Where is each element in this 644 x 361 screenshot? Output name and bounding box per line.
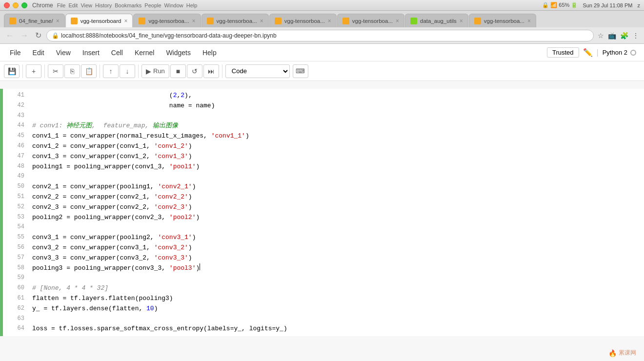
- code-line-51: 51 conv2_2 = conv_wrapper(conv2_1, 'conv…: [7, 192, 640, 202]
- history-menu[interactable]: History: [95, 2, 112, 8]
- code-line-42: 42 name = name): [7, 101, 640, 111]
- tab-favicon: [410, 18, 417, 24]
- code-line-43: 43: [7, 111, 640, 121]
- view-menu[interactable]: View: [80, 2, 92, 8]
- watermark-text: 累课网: [619, 349, 636, 357]
- kernel-indicator: Python 2: [603, 49, 636, 56]
- tab-close-icon[interactable]: ×: [260, 18, 263, 24]
- menu-view[interactable]: View: [54, 48, 73, 58]
- help-menu[interactable]: Help: [186, 2, 198, 8]
- menu-kernel[interactable]: Kernel: [133, 48, 156, 58]
- move-down-button[interactable]: ↓: [120, 64, 135, 78]
- tab-close-icon[interactable]: ×: [460, 18, 463, 24]
- tab-close-icon[interactable]: ×: [56, 18, 60, 24]
- extensions-icon[interactable]: 🧩: [619, 31, 629, 40]
- tab-vgg4[interactable]: vgg-tensorboa... ×: [269, 14, 337, 27]
- code-line-49: 49: [7, 172, 640, 182]
- menu-insert[interactable]: Insert: [80, 48, 101, 58]
- toolbar-separator-3: [100, 64, 100, 78]
- code-cell: 41 (2,2), 42 name = name) 43: [0, 89, 644, 336]
- tab-data-aug[interactable]: data_aug_utils ×: [405, 14, 468, 27]
- cell-content[interactable]: 41 (2,2), 42 name = name) 43: [3, 89, 644, 336]
- tab-label: vgg-tensorboa...: [484, 18, 524, 24]
- flame-icon: 🔥: [608, 349, 617, 357]
- run-button[interactable]: ▶ Run: [141, 64, 169, 78]
- edit-pencil-icon[interactable]: ✏️: [583, 48, 593, 57]
- tab-bar: 04_fine_tune/ × vgg-tensorboard × vgg-te…: [0, 11, 644, 27]
- watermark: 🔥 累课网: [608, 349, 636, 357]
- keyboard-shortcuts-button[interactable]: ⌨: [293, 64, 308, 78]
- tab-close-icon[interactable]: ×: [527, 18, 531, 24]
- code-line-45: 45 conv1_1 = conv_wrapper(normal_result_…: [7, 131, 640, 141]
- code-line-46: 46 conv1_2 = conv_wrapper(conv1_1, 'conv…: [7, 141, 640, 152]
- tab-favicon: [342, 18, 349, 24]
- cell-type-select[interactable]: Code Markdown Raw NBConvert Heading: [225, 64, 290, 78]
- run-label: Run: [153, 67, 165, 75]
- window-menu[interactable]: Window: [164, 2, 183, 8]
- bookmark-star-icon[interactable]: ☆: [597, 31, 605, 40]
- code-line-57: 57 conv3_3 = conv_wrapper(conv3_2, 'conv…: [7, 253, 640, 263]
- menu-right: Trusted ✏️ | Python 2: [547, 47, 636, 58]
- reload-button[interactable]: ↻: [33, 30, 43, 41]
- tab-label: vgg-tensorboa...: [352, 18, 393, 24]
- tab-vgg2[interactable]: vgg-tensorboa... ×: [133, 14, 201, 27]
- close-button[interactable]: [4, 2, 10, 8]
- code-line-59: 59: [7, 273, 640, 283]
- address-bar: ← → ↻ 🔒 localhost:8888/notebooks/04_fine…: [0, 27, 644, 44]
- file-menu[interactable]: File: [57, 2, 66, 8]
- maximize-button[interactable]: [21, 2, 27, 8]
- tab-favicon: [71, 18, 78, 24]
- tab-vgg3[interactable]: vgg-tensorboa... ×: [201, 14, 269, 27]
- restart-button[interactable]: ↺: [187, 64, 202, 78]
- code-line-55: 55 conv3_1 = conv_wrapper(pooling2, 'con…: [7, 233, 640, 243]
- tab-close-icon[interactable]: ×: [124, 18, 127, 24]
- tab-favicon: [207, 18, 214, 24]
- traffic-lights[interactable]: [4, 2, 27, 8]
- tab-close-icon[interactable]: ×: [192, 18, 196, 24]
- notebook-area[interactable]: 41 (2,2), 42 name = name) 43: [0, 81, 644, 361]
- bookmarks-menu[interactable]: Bookmarks: [115, 2, 141, 8]
- back-button[interactable]: ←: [4, 30, 16, 41]
- url-bar[interactable]: 🔒 localhost:8888/notebooks/04_fine_tune/…: [46, 30, 594, 41]
- stop-button[interactable]: ■: [170, 64, 186, 78]
- tab-label: vgg-tensorboard: [80, 18, 121, 24]
- tab-fine-tune[interactable]: 04_fine_tune/ ×: [4, 14, 65, 27]
- menu-file[interactable]: File: [8, 48, 23, 58]
- forward-button[interactable]: →: [19, 30, 30, 41]
- paste-button[interactable]: 📋: [81, 64, 97, 78]
- menu-cell[interactable]: Cell: [109, 48, 125, 58]
- trusted-button[interactable]: Trusted: [547, 47, 579, 58]
- people-menu[interactable]: People: [144, 2, 161, 8]
- add-cell-button[interactable]: +: [26, 64, 41, 78]
- tab-favicon: [474, 18, 481, 24]
- move-up-button[interactable]: ↑: [103, 64, 119, 78]
- minimize-button[interactable]: [13, 2, 19, 8]
- titlebar: Chrome File Edit View History Bookmarks …: [0, 0, 644, 11]
- tab-close-icon[interactable]: ×: [328, 18, 331, 24]
- tab-label: vgg-tensorboa...: [284, 18, 325, 24]
- tab-vgg6[interactable]: vgg-tensorboa... ×: [469, 14, 536, 27]
- menu-widgets[interactable]: Widgets: [164, 48, 193, 58]
- spotlight-icon: z: [638, 2, 641, 8]
- restart-run-button[interactable]: ⏭: [203, 64, 219, 78]
- edit-menu[interactable]: Edit: [68, 2, 78, 8]
- copy-button[interactable]: ⎘: [64, 64, 80, 78]
- tab-label: vgg-tensorboa...: [217, 18, 257, 24]
- menu-edit[interactable]: Edit: [31, 48, 46, 58]
- cut-button[interactable]: ✂: [48, 64, 63, 78]
- url-text: localhost:8888/notebooks/04_fine_tune/vg…: [61, 32, 277, 39]
- tab-vgg5[interactable]: vgg-tensorboa... ×: [337, 14, 404, 27]
- toolbar-separator-2: [44, 64, 45, 78]
- tab-vgg1[interactable]: vgg-tensorboard ×: [65, 14, 133, 27]
- save-button[interactable]: 💾: [4, 64, 20, 78]
- jupyter-menubar: File Edit View Insert Cell Kernel Widget…: [0, 44, 644, 61]
- settings-icon[interactable]: ⋮: [631, 31, 640, 40]
- tab-label: vgg-tensorboa...: [148, 18, 189, 24]
- kernel-status-circle: [630, 50, 636, 56]
- tab-label: 04_fine_tune/: [19, 18, 53, 24]
- text-cursor: [200, 263, 200, 270]
- chrome-cast-icon[interactable]: 📺: [607, 31, 617, 40]
- tab-close-icon[interactable]: ×: [396, 18, 399, 24]
- code-line-48: 48 pooling1 = pooling_wrapper(conv1_3, '…: [7, 162, 640, 172]
- menu-help[interactable]: Help: [201, 48, 219, 58]
